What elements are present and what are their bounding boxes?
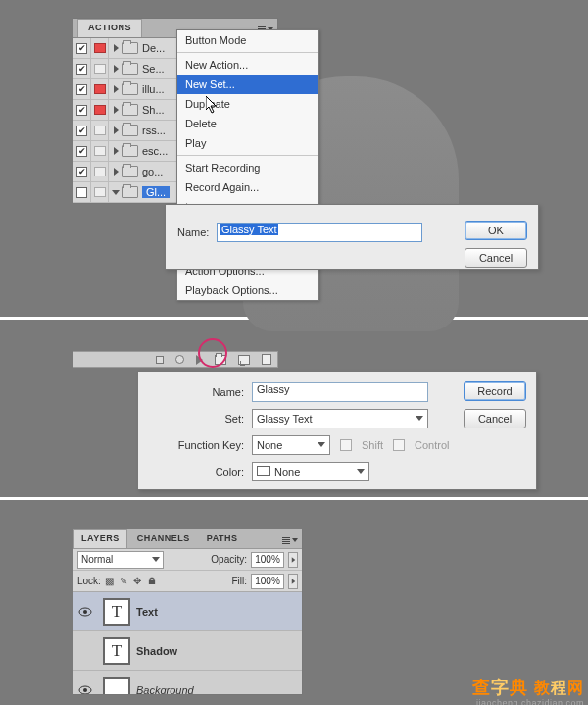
visibility-toggle[interactable] bbox=[74, 685, 97, 695]
shift-label: Shift bbox=[362, 439, 383, 451]
actions-footer-bar bbox=[73, 351, 278, 368]
toggle-checkbox[interactable]: ✔ bbox=[76, 84, 87, 95]
record-button[interactable]: Record bbox=[464, 381, 526, 401]
toggle-checkbox[interactable]: ✔ bbox=[76, 167, 87, 177]
cursor-icon bbox=[206, 96, 220, 114]
layer-name: Background bbox=[136, 684, 194, 696]
function-key-dropdown[interactable]: None bbox=[252, 435, 330, 455]
action-name: Gl... bbox=[142, 186, 170, 198]
panel-menu-icon[interactable] bbox=[282, 534, 298, 546]
expand-icon[interactable] bbox=[114, 126, 119, 134]
cancel-button[interactable]: Cancel bbox=[464, 409, 526, 428]
folder-icon bbox=[122, 145, 138, 157]
lock-label: Lock: bbox=[77, 576, 101, 586]
name-label: Name: bbox=[148, 386, 252, 398]
layer-thumbnail bbox=[103, 677, 130, 696]
control-label: Control bbox=[415, 439, 449, 451]
folder-icon bbox=[122, 186, 138, 198]
layer-row[interactable]: T Text bbox=[74, 592, 302, 631]
color-label: Color: bbox=[148, 466, 252, 478]
menu-item[interactable]: Start Recording bbox=[177, 158, 318, 177]
dialog-toggle-icon[interactable] bbox=[94, 84, 106, 94]
dialog-toggle-icon[interactable] bbox=[94, 126, 106, 135]
dialog-toggle-icon[interactable] bbox=[94, 167, 106, 176]
dialog-toggle-icon[interactable] bbox=[94, 187, 106, 197]
expand-icon[interactable] bbox=[114, 168, 119, 176]
name-label: Name: bbox=[177, 227, 209, 238]
dialog-toggle-icon[interactable] bbox=[94, 64, 106, 74]
expand-icon[interactable] bbox=[114, 65, 119, 73]
ok-button[interactable]: OK bbox=[465, 221, 527, 240]
trash-icon[interactable] bbox=[262, 354, 271, 365]
dialog-toggle-icon[interactable] bbox=[94, 146, 106, 156]
actions-tab[interactable]: ACTIONS bbox=[77, 19, 142, 37]
menu-item[interactable]: Play bbox=[177, 133, 318, 153]
toggle-checkbox[interactable]: ✔ bbox=[76, 43, 87, 54]
watermark-url: jiaocheng.chazidian.com bbox=[476, 698, 584, 705]
toggle-checkbox[interactable]: ✔ bbox=[76, 126, 87, 136]
set-name-input[interactable]: Glassy Text bbox=[217, 223, 422, 242]
lock-transparency-icon[interactable]: ▩ bbox=[105, 576, 114, 586]
layer-row[interactable]: Background bbox=[74, 671, 302, 695]
toggle-checkbox[interactable] bbox=[76, 187, 87, 198]
opacity-stepper[interactable] bbox=[288, 552, 298, 568]
new-set-dialog: Name: Glassy Text OK Cancel bbox=[165, 204, 539, 270]
toggle-checkbox[interactable]: ✔ bbox=[76, 146, 87, 157]
expand-icon[interactable] bbox=[114, 85, 119, 93]
lock-all-icon[interactable]: 🔒︎ bbox=[147, 576, 157, 586]
menu-item[interactable]: Record Again... bbox=[177, 177, 318, 197]
lock-position-icon[interactable]: ✥ bbox=[133, 576, 141, 586]
dialog-toggle-icon[interactable] bbox=[94, 105, 106, 115]
tab-layers[interactable]: LAYERS bbox=[74, 529, 127, 548]
action-name: esc... bbox=[142, 145, 168, 157]
action-name: illu... bbox=[142, 83, 165, 95]
toggle-checkbox[interactable]: ✔ bbox=[76, 105, 87, 116]
action-name: Se... bbox=[142, 63, 165, 75]
control-checkbox[interactable] bbox=[393, 439, 405, 451]
menu-item[interactable]: New Action... bbox=[177, 55, 318, 75]
set-label: Set: bbox=[148, 413, 252, 425]
tab-channels[interactable]: CHANNELS bbox=[130, 530, 197, 549]
folder-icon bbox=[122, 63, 138, 75]
expand-icon[interactable] bbox=[114, 106, 119, 114]
action-name: De... bbox=[142, 42, 165, 54]
action-name: Sh... bbox=[142, 104, 165, 116]
lock-pixels-icon[interactable]: ✎ bbox=[120, 576, 127, 586]
layer-thumbnail: T bbox=[103, 637, 130, 665]
stop-icon[interactable] bbox=[156, 356, 164, 364]
fill-input[interactable]: 100% bbox=[251, 574, 284, 589]
chevron-down-icon bbox=[357, 469, 365, 474]
new-action-dialog: Name: Glassy Set: Glassy Text Function K… bbox=[137, 371, 537, 490]
opacity-input[interactable]: 100% bbox=[251, 552, 284, 568]
expand-icon[interactable] bbox=[114, 147, 119, 155]
folder-icon bbox=[122, 83, 138, 95]
menu-item[interactable]: New Set... bbox=[177, 75, 318, 94]
folder-icon bbox=[122, 125, 138, 136]
new-action-icon[interactable] bbox=[238, 355, 250, 365]
folder-icon bbox=[122, 166, 138, 177]
fill-stepper[interactable] bbox=[288, 574, 298, 589]
shift-checkbox[interactable] bbox=[340, 439, 352, 451]
action-name-input[interactable]: Glassy bbox=[252, 382, 428, 402]
menu-item[interactable]: Delete bbox=[177, 114, 318, 133]
tab-paths[interactable]: PATHS bbox=[200, 530, 245, 549]
folder-icon bbox=[122, 42, 138, 54]
menu-item[interactable]: Duplicate bbox=[177, 94, 318, 114]
color-dropdown[interactable]: None bbox=[252, 462, 369, 481]
toggle-checkbox[interactable]: ✔ bbox=[76, 64, 87, 75]
action-name: go... bbox=[142, 166, 163, 177]
layer-row[interactable]: T Shadow bbox=[74, 631, 302, 671]
blend-mode-dropdown[interactable]: Normal bbox=[77, 551, 164, 569]
record-icon[interactable] bbox=[175, 355, 184, 364]
dialog-toggle-icon[interactable] bbox=[94, 43, 106, 53]
menu-item[interactable]: Button Mode bbox=[177, 30, 318, 50]
collapse-icon[interactable] bbox=[112, 190, 120, 195]
menu-item[interactable]: Playback Options... bbox=[177, 280, 318, 300]
layer-thumbnail: T bbox=[103, 598, 130, 626]
layers-panel: LAYERS CHANNELS PATHS Normal Opacity: 10… bbox=[73, 529, 303, 695]
layer-name: Shadow bbox=[136, 645, 177, 657]
expand-icon[interactable] bbox=[114, 44, 119, 52]
set-dropdown[interactable]: Glassy Text bbox=[252, 409, 428, 428]
cancel-button[interactable]: Cancel bbox=[465, 248, 527, 268]
visibility-toggle[interactable] bbox=[74, 607, 97, 617]
